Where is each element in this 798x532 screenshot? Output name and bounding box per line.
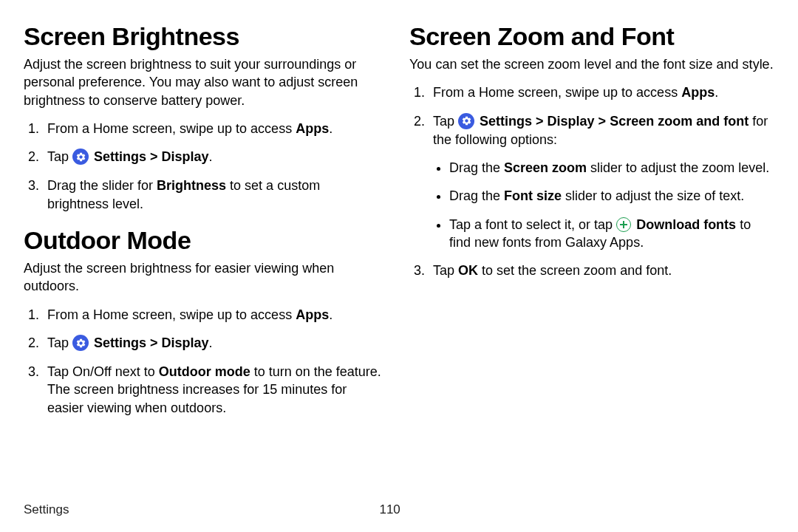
path-separator: > — [146, 335, 162, 350]
screen-zoom-label: Screen zoom — [504, 160, 587, 175]
settings-gear-icon — [458, 113, 474, 129]
step-text-end: . — [715, 85, 718, 100]
step-2: Tap Settings > Display. — [43, 334, 384, 352]
step-2: Tap Settings > Display > Screen zoom and… — [429, 112, 774, 252]
left-column: Screen Brightness Adjust the screen brig… — [24, 22, 399, 510]
settings-gear-icon — [72, 149, 89, 165]
sub-options: Drag the Screen zoom slider to adjust th… — [433, 159, 774, 251]
steps-screen-brightness: From a Home screen, swipe up to access A… — [24, 120, 384, 213]
font-size-label: Font size — [504, 188, 562, 203]
intro-screen-brightness: Adjust the screen brightness to suit you… — [24, 55, 384, 109]
step-1: From a Home screen, swipe up to access A… — [43, 306, 384, 324]
path-separator: > — [595, 114, 610, 129]
step-2: Tap Settings > Display. — [43, 148, 384, 166]
step-text: Drag the slider for — [47, 178, 157, 193]
sub-option-download-fonts: Tap a font to select it, or tap Download… — [449, 216, 774, 252]
step-3: Tap OK to set the screen zoom and font. — [429, 262, 774, 279]
step-text: Tap — [433, 263, 458, 278]
intro-screen-zoom-font: You can set the screen zoom level and th… — [409, 55, 774, 73]
path-separator: > — [532, 114, 548, 129]
steps-screen-zoom-font: From a Home screen, swipe up to access A… — [409, 83, 774, 279]
display-label: Display — [162, 149, 209, 164]
step-text: Tap On/Off next to — [47, 364, 159, 379]
heading-screen-brightness: Screen Brightness — [24, 22, 384, 51]
footer-section: Settings — [24, 502, 69, 517]
brightness-label: Brightness — [157, 178, 226, 193]
apps-label: Apps — [296, 307, 329, 322]
footer-page-number: 110 — [379, 502, 400, 517]
step-text: From a Home screen, swipe up to access — [433, 85, 681, 100]
screen-zoom-font-label: Screen zoom and font — [610, 114, 748, 129]
apps-label: Apps — [681, 85, 715, 100]
heading-screen-zoom-font: Screen Zoom and Font — [409, 22, 774, 51]
step-end: . — [209, 149, 213, 164]
display-label: Display — [548, 114, 595, 129]
step-1: From a Home screen, swipe up to access A… — [43, 120, 384, 137]
intro-outdoor-mode: Adjust the screen brightness for easier … — [24, 259, 384, 296]
right-column: Screen Zoom and Font You can set the scr… — [399, 22, 774, 510]
path-separator: > — [146, 149, 162, 164]
outdoor-mode-label: Outdoor mode — [159, 364, 250, 379]
page-content: Screen Brightness Adjust the screen brig… — [0, 0, 798, 510]
step-tap: Tap — [47, 335, 72, 350]
steps-outdoor-mode: From a Home screen, swipe up to access A… — [24, 306, 384, 417]
step-text: From a Home screen, swipe up to access — [47, 121, 296, 136]
plus-circle-icon — [616, 217, 631, 232]
settings-label: Settings — [94, 149, 146, 164]
display-label: Display — [162, 335, 209, 350]
step-tap: Tap — [433, 114, 458, 129]
sub-text-end: slider to adjust the size of text. — [562, 188, 744, 203]
apps-label: Apps — [296, 121, 329, 136]
sub-text: Drag the — [449, 160, 504, 175]
step-end: . — [209, 335, 213, 350]
settings-label: Settings — [480, 114, 532, 129]
step-text-end: to set the screen zoom and font. — [478, 263, 672, 278]
sub-text: Drag the — [449, 188, 504, 203]
heading-outdoor-mode: Outdoor Mode — [24, 226, 384, 255]
sub-option-fontsize: Drag the Font size slider to adjust the … — [449, 187, 774, 205]
download-fonts-label: Download fonts — [636, 217, 736, 232]
ok-label: OK — [458, 263, 478, 278]
page-footer: Settings 110 — [24, 502, 774, 517]
settings-gear-icon — [72, 335, 89, 351]
step-text-end: . — [329, 121, 332, 136]
step-text: From a Home screen, swipe up to access — [47, 307, 296, 322]
settings-label: Settings — [94, 335, 146, 350]
step-tap: Tap — [47, 149, 72, 164]
step-3: Tap On/Off next to Outdoor mode to turn … — [43, 363, 384, 417]
step-1: From a Home screen, swipe up to access A… — [429, 83, 774, 101]
sub-text-end: slider to adjust the zoom level. — [587, 160, 769, 175]
step-3: Drag the slider for Brightness to set a … — [43, 177, 384, 213]
sub-text: Tap a font to select it, or tap — [449, 217, 616, 232]
sub-option-zoom: Drag the Screen zoom slider to adjust th… — [449, 159, 774, 177]
step-text-end: . — [329, 307, 332, 322]
